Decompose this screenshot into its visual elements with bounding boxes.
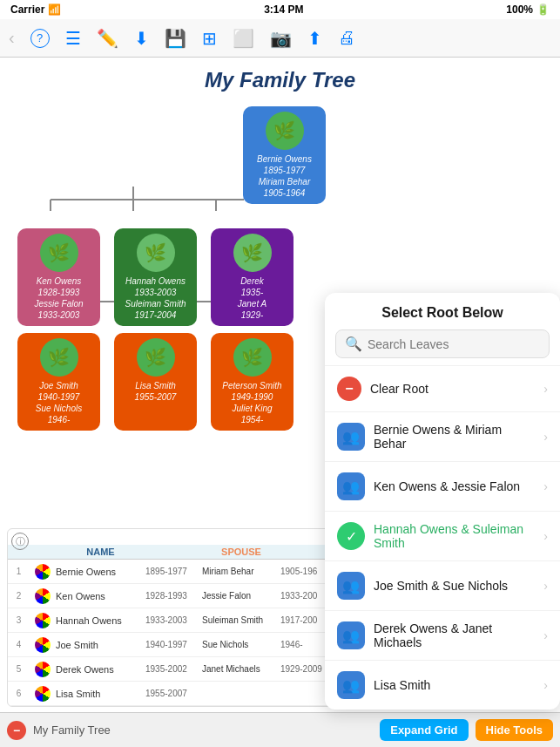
hannah-check-icon: ✓: [337, 522, 365, 550]
ken-icon: 🌿: [40, 234, 78, 272]
joe-panel-label: Joe Smith & Sue Nichols: [374, 579, 535, 593]
col-spouse-header: SPOUSE: [202, 547, 280, 557]
tree-root-row: 🌿 Bernie Owens 1895-1977 Miriam Behar 19…: [9, 99, 560, 204]
tree-node-hannah[interactable]: 🌿 Hannah Owens 1933-2003 Suleiman Smith …: [114, 228, 197, 326]
status-time: 3:14 PM: [264, 3, 303, 16]
search-box[interactable]: 🔍: [335, 329, 550, 358]
status-bar: Carrier 📶 3:14 PM 100% 🔋: [0, 0, 560, 19]
panel-item-bernie[interactable]: 👥 Bernie Owens & Miriam Behar ›: [325, 411, 560, 461]
joe-text: Joe Smith 1940-1997 Sue Nichols 1946-: [36, 380, 82, 425]
hannah-panel-label: Hannah Owens & Suleiman Smith: [374, 522, 535, 550]
expand-grid-button[interactable]: Expand Grid: [380, 719, 468, 741]
table-row[interactable]: 6 Lisa Smith 1955-2007: [8, 682, 333, 706]
root-leaf-icon: 🌿: [273, 120, 295, 141]
bernie-chevron: ›: [543, 430, 548, 444]
ken-text: Ken Owens 1928-1993 Jessie Falon 1933-20…: [34, 275, 83, 321]
clear-label: Clear Root: [370, 382, 535, 396]
status-carrier: Carrier 📶: [10, 3, 61, 16]
tree-node-joe[interactable]: 🌿 Joe Smith 1940-1997 Sue Nichols 1946-: [17, 333, 100, 431]
panel-item-hannah[interactable]: ✓ Hannah Owens & Suleiman Smith ›: [325, 511, 560, 560]
info-icon[interactable]: ⓘ: [11, 533, 29, 550]
ken-panel-icon: 👥: [337, 472, 365, 500]
ken-panel-label: Ken Owens & Jessie Falon: [374, 479, 535, 493]
hannah-icon: 🌿: [137, 234, 175, 272]
table-row[interactable]: 5 Derek Owens 1935-2002 Janet Michaels 1…: [8, 657, 333, 682]
status-battery: 100% 🔋: [506, 3, 550, 16]
root-icon: 🌿: [266, 112, 304, 150]
carrier-text: Carrier: [10, 3, 44, 16]
panel-item-clear[interactable]: − Clear Root ›: [325, 365, 560, 411]
panel-item-lisa[interactable]: 👥 Lisa Smith ›: [325, 660, 560, 710]
print-button[interactable]: 🖨: [338, 28, 355, 48]
root-spouse-dates: 1905-1964: [257, 187, 312, 199]
wifi-icon: 📶: [48, 3, 61, 16]
hannah-text: Hannah Owens 1933-2003 Suleiman Smith 19…: [125, 275, 186, 321]
tree-node-derek[interactable]: 🌿 Derek 1935- Janet A 1929-: [211, 228, 293, 326]
select-root-panel: Select Root Below 🔍 − Clear Root › 👥 Ber…: [325, 293, 560, 710]
doc-title: My Family Tree: [33, 723, 373, 737]
tree-node-lisa[interactable]: 🌿 Lisa Smith 1955-2007: [114, 333, 197, 431]
table-row[interactable]: 3 Hannah Owens 1933-2003 Suleiman Smith …: [8, 608, 333, 633]
ken-panel-chevron: ›: [543, 479, 548, 493]
joe-icon: 🌿: [40, 338, 78, 377]
joe-panel-icon: 👥: [337, 572, 365, 600]
hannah-panel-chevron: ›: [543, 529, 548, 543]
grid-button[interactable]: ⊞: [202, 28, 217, 49]
table-row[interactable]: 2 Ken Owens 1928-1993 Jessie Falon 1933-…: [8, 584, 333, 608]
tree-node-root[interactable]: 🌿 Bernie Owens 1895-1977 Miriam Behar 19…: [243, 106, 326, 204]
toolbar: ‹ ? ☰ ✏️ ⬇ 💾 ⊞ ⬜ 📷 ⬆ 🖨: [0, 19, 560, 58]
download-button[interactable]: ⬇: [134, 28, 149, 49]
tree-node-peterson[interactable]: 🌿 Peterson Smith 1949-1990 Juliet King 1…: [211, 333, 293, 431]
panel-item-ken[interactable]: 👥 Ken Owens & Jessie Falon ›: [325, 461, 560, 511]
panel-item-joe[interactable]: 👥 Joe Smith & Sue Nichols ›: [325, 560, 560, 610]
derek-icon: 🌿: [233, 234, 272, 272]
table-header: NAME SPOUSE: [8, 545, 333, 560]
derek-panel-chevron: ›: [543, 628, 548, 642]
tree-node-ken[interactable]: 🌿 Ken Owens 1928-1993 Jessie Falon 1933-…: [17, 228, 100, 326]
lisa-panel-chevron: ›: [543, 678, 548, 692]
hide-tools-button[interactable]: Hide Tools: [476, 719, 553, 741]
search-input[interactable]: [368, 337, 540, 351]
clear-chevron: ›: [543, 382, 548, 396]
main-content: My Family Tree 🌿 Bernie Owe: [0, 58, 560, 747]
share-button[interactable]: ⬆: [307, 28, 322, 49]
root-dates: 1895-1977: [257, 165, 312, 176]
panel-title: Select Root Below: [325, 293, 560, 329]
clear-icon: −: [337, 377, 361, 401]
root-name: Bernie Owens: [257, 153, 312, 165]
derek-panel-icon: 👥: [337, 621, 365, 649]
lisa-panel-label: Lisa Smith: [374, 678, 535, 692]
bottom-bar: − My Family Tree Expand Grid Hide Tools: [0, 712, 560, 747]
derek-text: Derek 1935- Janet A 1929-: [238, 275, 267, 321]
edit-button[interactable]: ✏️: [97, 28, 118, 49]
bernie-label: Bernie Owens & Miriam Behar: [374, 423, 535, 451]
camera-button[interactable]: 📷: [270, 28, 292, 49]
joe-panel-chevron: ›: [543, 579, 548, 593]
root-spouse: Miriam Behar: [257, 176, 312, 187]
bottom-minus-icon[interactable]: −: [7, 721, 26, 740]
battery-icon: 🔋: [536, 3, 550, 16]
page-title: My Family Tree: [0, 58, 560, 99]
panel-item-derek[interactable]: 👥 Derek Owens & Janet Michaels ›: [325, 610, 560, 660]
bernie-icon: 👥: [337, 423, 365, 451]
battery-text: 100%: [506, 3, 533, 16]
browser-button[interactable]: ⬜: [233, 28, 254, 49]
root-node-text: Bernie Owens 1895-1977 Miriam Behar 1905…: [257, 153, 312, 199]
back-button[interactable]: ‹: [9, 28, 15, 48]
peterson-icon: 🌿: [233, 338, 272, 377]
col-name-header: NAME: [56, 547, 145, 557]
derek-panel-label: Derek Owens & Janet Michaels: [374, 621, 535, 649]
save-button[interactable]: 💾: [165, 28, 186, 49]
table-row[interactable]: 1 Bernie Owens 1895-1977 Miriam Behar 19…: [8, 560, 333, 584]
list-button[interactable]: ☰: [65, 28, 81, 49]
col-dates-header: [145, 547, 202, 557]
col-color-header: [30, 547, 56, 557]
lisa-text: Lisa Smith 1955-2007: [135, 380, 177, 403]
data-table: ⓘ NAME SPOUSE 1 Bernie Owens 1895-1977 M…: [7, 528, 334, 707]
lisa-panel-icon: 👥: [337, 671, 365, 699]
peterson-text: Peterson Smith 1949-1990 Juliet King 195…: [222, 380, 281, 425]
search-icon: 🔍: [345, 336, 362, 352]
help-button[interactable]: ?: [30, 29, 50, 48]
table-row[interactable]: 4 Joe Smith 1940-1997 Sue Nichols 1946-: [8, 633, 333, 657]
lisa-icon: 🌿: [137, 338, 175, 377]
